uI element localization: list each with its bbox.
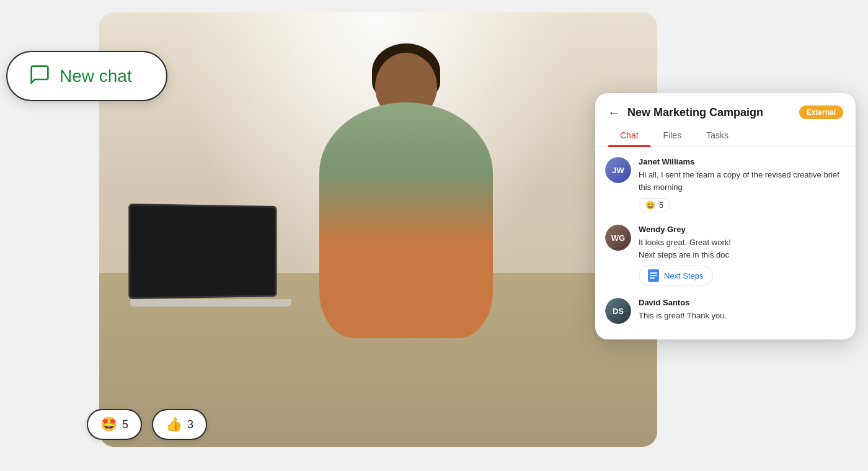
emoji-pill-thumbsup[interactable]: 👍 3 xyxy=(152,409,207,440)
chat-messages: JW Janet Williams Hi all, I sent the tea… xyxy=(595,157,856,327)
message-row: WG Wendy Grey It looks great. Great work… xyxy=(605,225,846,285)
svg-rect-1 xyxy=(650,272,657,274)
reaction-pill-janet[interactable]: 😀 5 xyxy=(639,198,670,212)
reaction-emoji-janet: 😀 xyxy=(645,200,655,210)
doc-label-next-steps: Next Steps xyxy=(664,271,704,280)
tab-tasks[interactable]: Tasks xyxy=(694,124,741,146)
emoji-pill-star-eyes[interactable]: 🤩 5 xyxy=(87,409,142,440)
new-chat-bubble[interactable]: New chat xyxy=(6,51,167,101)
svg-rect-3 xyxy=(650,277,655,279)
message-text-david: This is great! Thank you. xyxy=(639,310,846,322)
main-container: New chat ← New Marketing Campaign Extern… xyxy=(0,0,868,471)
docs-icon xyxy=(648,269,659,282)
emoji-count-thumbsup: 3 xyxy=(187,418,193,431)
laptop xyxy=(130,205,304,316)
message-text-wendy: It looks great. Great work!Next steps ar… xyxy=(639,236,846,261)
sender-name-wendy: Wendy Grey xyxy=(639,225,846,234)
message-text-janet: Hi all, I sent the team a copy of the re… xyxy=(639,169,846,193)
emoji-count-star-eyes: 5 xyxy=(122,418,128,431)
chat-tabs: Chat Files Tasks xyxy=(595,124,856,147)
message-wendy-content: Wendy Grey It looks great. Great work!Ne… xyxy=(639,225,846,285)
message-row: JW Janet Williams Hi all, I sent the tea… xyxy=(605,157,846,212)
avatar-wendy: WG xyxy=(605,225,631,251)
background-photo xyxy=(99,12,657,447)
new-chat-label: New chat xyxy=(60,66,132,86)
message-row: DS David Santos This is great! Thank you… xyxy=(605,298,846,327)
chat-title: New Marketing Campaign xyxy=(627,106,792,119)
chat-bubble-icon xyxy=(30,65,50,87)
svg-rect-2 xyxy=(650,275,657,276)
message-david-content: David Santos This is great! Thank you. xyxy=(639,298,846,327)
reaction-count-janet: 5 xyxy=(659,200,663,210)
external-badge: External xyxy=(799,105,843,119)
emoji-star-eyes: 🤩 xyxy=(100,416,117,433)
doc-pill-next-steps[interactable]: Next Steps xyxy=(639,266,713,285)
tab-files[interactable]: Files xyxy=(651,124,694,146)
back-button[interactable]: ← xyxy=(608,106,620,119)
emoji-reactions-bar: 🤩 5 👍 3 xyxy=(87,409,207,440)
tab-chat[interactable]: Chat xyxy=(608,124,651,146)
emoji-thumbsup: 👍 xyxy=(166,416,182,433)
chat-panel: ← New Marketing Campaign External Chat F… xyxy=(595,93,856,339)
sender-name-david: David Santos xyxy=(639,298,846,307)
avatar-janet: JW xyxy=(605,157,631,183)
message-janet-content: Janet Williams Hi all, I sent the team a… xyxy=(639,157,846,212)
person-silhouette xyxy=(319,102,493,338)
sender-name-janet: Janet Williams xyxy=(639,157,846,166)
avatar-david: DS xyxy=(605,298,631,324)
chat-header: ← New Marketing Campaign External xyxy=(595,93,856,119)
